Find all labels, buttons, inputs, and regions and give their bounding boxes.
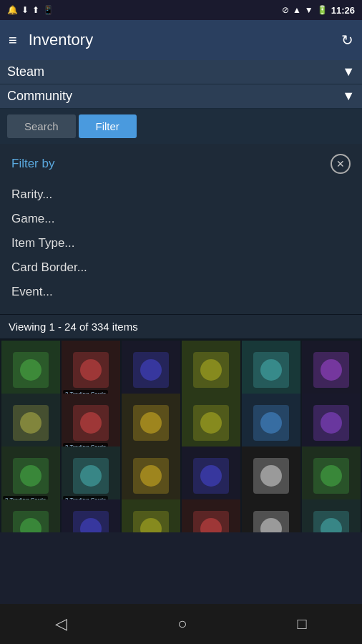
svg-point-5 [140, 359, 162, 381]
inventory-item[interactable] [302, 447, 361, 505]
filter-header: Filter by ✕ [11, 154, 351, 174]
svg-point-15 [80, 412, 102, 434]
status-time: 11:26 [331, 5, 355, 16]
battery-icon: 🔋 [317, 5, 328, 15]
inventory-item[interactable] [122, 499, 180, 532]
status-icons-left: 🔔 ⬇ ⬆ 📱 [7, 5, 54, 15]
top-bar: ≡ Inventory ↻ [0, 20, 362, 60]
inventory-item[interactable]: 3 Trading Cards [1, 447, 60, 505]
back-button[interactable]: ◁ [55, 615, 67, 633]
refresh-button[interactable]: ↻ [341, 31, 353, 49]
svg-point-13 [20, 412, 41, 434]
steam-dropdown-label: Steam [7, 64, 44, 79]
inventory-item[interactable] [1, 499, 60, 532]
svg-point-33 [260, 465, 282, 487]
svg-point-17 [140, 412, 162, 434]
svg-point-25 [20, 465, 41, 487]
community-dropdown-label: Community [7, 89, 72, 104]
inventory-item[interactable] [302, 394, 361, 452]
inventory-grid: 3 Trading Cards3 Trading Cards3 Trading … [0, 339, 362, 532]
svg-point-1 [20, 359, 41, 381]
inventory-item[interactable] [1, 341, 60, 399]
filter-tab[interactable]: Filter [79, 114, 137, 138]
community-dropdown[interactable]: Community ▼ [0, 84, 362, 109]
inventory-item[interactable] [122, 341, 180, 399]
recent-button[interactable]: □ [298, 615, 307, 633]
wifi-icon: ▲ [293, 5, 301, 15]
filter-item[interactable]: Rarity... [11, 182, 351, 207]
filter-item[interactable]: Event... [11, 280, 351, 304]
phone-icon: 📱 [43, 5, 54, 15]
inventory-item[interactable] [302, 341, 361, 399]
status-icons-right: ⊘ ▲ ▼ 🔋 11:26 [282, 5, 355, 16]
bottom-nav: ◁ ○ □ [0, 604, 362, 644]
svg-point-9 [260, 359, 282, 381]
notification-icon: 🔔 [7, 5, 18, 15]
svg-point-35 [321, 465, 342, 487]
inventory-item[interactable] [182, 341, 240, 399]
filter-item[interactable]: Card Border... [11, 255, 351, 280]
viewing-count: Viewing 1 - 24 of 334 items [0, 315, 362, 339]
inventory-item[interactable] [242, 447, 300, 505]
inventory-item[interactable] [242, 499, 300, 532]
inventory-item[interactable]: 3 Trading Cards [62, 341, 120, 399]
filter-item[interactable]: Game... [11, 207, 351, 231]
menu-button[interactable]: ≡ [9, 32, 17, 49]
svg-point-11 [321, 359, 342, 381]
svg-point-3 [80, 359, 102, 381]
steam-dropdown[interactable]: Steam ▼ [0, 60, 362, 84]
tab-row: Search Filter [0, 109, 362, 144]
inventory-item[interactable] [242, 394, 300, 452]
filter-panel: Filter by ✕ Rarity...Game...Item Type...… [0, 144, 362, 315]
download-icon: ⬇ [21, 5, 29, 15]
inventory-item[interactable] [182, 394, 240, 452]
inventory-item[interactable] [182, 447, 240, 505]
signal-icon: ▼ [305, 5, 313, 15]
home-button[interactable]: ○ [177, 615, 187, 633]
community-dropdown-arrow: ▼ [342, 89, 355, 104]
svg-point-23 [321, 412, 342, 434]
inventory-item[interactable] [182, 499, 240, 532]
svg-point-7 [200, 359, 222, 381]
steam-dropdown-arrow: ▼ [342, 64, 355, 79]
inventory-item[interactable] [1, 394, 60, 452]
inventory-item[interactable] [122, 447, 180, 505]
filter-item[interactable]: Item Type... [11, 231, 351, 255]
inventory-item[interactable] [242, 341, 300, 399]
filter-by-label: Filter by [11, 157, 54, 171]
block-icon: ⊘ [282, 5, 289, 15]
page-title: Inventory [29, 31, 330, 49]
status-bar: 🔔 ⬇ ⬆ 📱 ⊘ ▲ ▼ 🔋 11:26 [0, 0, 362, 20]
svg-point-19 [200, 412, 222, 434]
search-tab[interactable]: Search [7, 114, 76, 138]
inventory-item[interactable] [62, 499, 120, 532]
inventory-item[interactable] [302, 499, 361, 532]
svg-point-29 [140, 465, 162, 487]
upload-icon: ⬆ [32, 5, 39, 15]
svg-point-21 [260, 412, 282, 434]
inventory-item[interactable] [122, 394, 180, 452]
filter-items-list: Rarity...Game...Item Type...Card Border.… [11, 182, 351, 304]
filter-close-button[interactable]: ✕ [331, 154, 351, 174]
svg-point-27 [80, 465, 102, 487]
inventory-item[interactable]: 3 Trading Cards [62, 394, 120, 452]
inventory-item[interactable]: 3 Trading Cards [62, 447, 120, 505]
svg-point-31 [200, 465, 222, 487]
